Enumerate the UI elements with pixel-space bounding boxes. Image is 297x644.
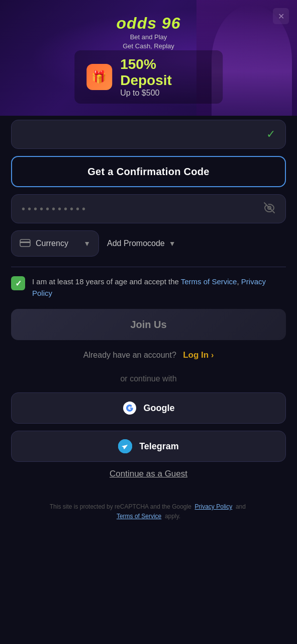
eye-icon[interactable]	[263, 202, 275, 216]
telegram-button[interactable]: Telegram	[11, 431, 286, 462]
deposit-badge: 🎁 150% Deposit Up to $500	[74, 50, 223, 104]
password-input[interactable]	[22, 203, 263, 215]
google-label: Google	[144, 403, 175, 414]
logo-sub: Bet and Play Get Cash, Replay	[117, 33, 181, 51]
deposit-icon: 🎁	[86, 64, 112, 90]
terms-prefix: I am at least 18 years of age and accept…	[32, 277, 179, 286]
terms-of-service-link[interactable]: Terms of Service	[181, 277, 237, 286]
guest-link[interactable]: Continue as a Guest	[11, 469, 286, 479]
verified-check-icon: ✓	[266, 128, 275, 141]
form-area: ✓ Get a Confirmation Code Currency ▼	[0, 120, 297, 479]
svg-rect-2	[20, 242, 30, 243]
telegram-label: Telegram	[139, 441, 179, 452]
currency-label: Currency	[36, 239, 78, 248]
hero-logo: odds 96 Bet and Play Get Cash, Replay	[117, 14, 181, 51]
promo-label: Add Promocode	[107, 239, 165, 248]
already-account-text: Already have an account?	[83, 351, 176, 359]
terms-checkbox[interactable]: ✓	[11, 276, 25, 290]
join-button[interactable]: Join Us	[11, 309, 286, 340]
terms-text: I am at least 18 years of age and accept…	[32, 276, 286, 299]
footer-terms-link[interactable]: Terms of Service	[117, 513, 161, 520]
phone-input-field: ✓	[11, 120, 286, 149]
terms-row: ✓ I am at least 18 years of age and acce…	[11, 276, 286, 299]
footer-text-before: This site is protected by reCAPTCHA and …	[50, 503, 191, 510]
google-button[interactable]: G Google	[11, 392, 286, 424]
login-link[interactable]: Log In ›	[183, 350, 214, 360]
currency-chevron-icon: ▼	[83, 239, 90, 248]
password-field	[11, 194, 286, 223]
or-continue-text: or continue with	[11, 374, 286, 383]
promo-chevron-icon: ▼	[169, 239, 176, 248]
hero-banner: ✕ odds 96 Bet and Play Get Cash, Replay …	[0, 0, 297, 116]
currency-card-icon	[20, 238, 31, 250]
divider	[11, 267, 286, 267]
deposit-text: 150% Deposit Up to $500	[120, 56, 211, 98]
confirm-code-label: Get a Confirmation Code	[87, 166, 209, 177]
deposit-sub: Up to $500	[120, 89, 211, 98]
logo-text: odds 96	[117, 14, 181, 33]
phone-input[interactable]	[22, 129, 266, 140]
login-row: Already have an account? Log In ›	[11, 350, 286, 360]
currency-promo-row: Currency ▼ Add Promocode ▼	[11, 230, 286, 257]
deposit-title: 150% Deposit	[120, 56, 211, 89]
footer-and-text: and	[236, 503, 246, 510]
checkbox-check-icon: ✓	[15, 279, 22, 288]
join-label: Join Us	[130, 319, 166, 330]
currency-select[interactable]: Currency ▼	[11, 230, 99, 257]
login-label: Log In	[183, 350, 209, 360]
login-arrow-icon: ›	[211, 351, 214, 359]
google-icon: G	[123, 401, 137, 415]
footer-apply-text: apply.	[165, 513, 180, 520]
footer: This site is protected by reCAPTCHA and …	[0, 494, 297, 533]
confirm-code-button[interactable]: Get a Confirmation Code	[11, 156, 286, 187]
promo-toggle[interactable]: Add Promocode ▼	[107, 239, 176, 248]
footer-privacy-link[interactable]: Privacy Policy	[195, 503, 233, 510]
telegram-icon	[118, 439, 132, 453]
